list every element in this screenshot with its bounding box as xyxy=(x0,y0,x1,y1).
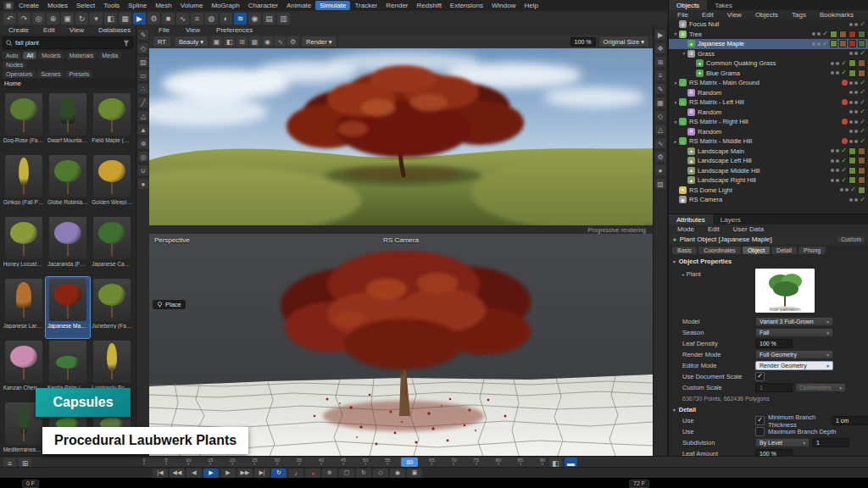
enabled-check-icon[interactable]: ✓ xyxy=(841,158,847,164)
visibility-dot-icon[interactable] xyxy=(849,101,853,104)
am-menu-user-data[interactable]: User Data xyxy=(729,225,768,234)
tab-layers[interactable]: Layers xyxy=(713,214,748,225)
visibility-dot-icon[interactable] xyxy=(849,198,853,202)
record-param-icon[interactable]: ◇ xyxy=(373,469,388,478)
field-custom-scale[interactable]: 1 xyxy=(755,383,793,392)
list-icon[interactable]: ≡ xyxy=(655,70,665,80)
visibility-dot-icon[interactable] xyxy=(831,62,834,65)
menu-render[interactable]: Render xyxy=(381,1,412,10)
attr-tab-object[interactable]: Object xyxy=(743,247,770,254)
object-row-rs-matrix-right-hill[interactable]: ▾∷RS Matrix - Right Hill✓ xyxy=(669,117,868,127)
checkbox[interactable]: ✓ xyxy=(755,416,765,425)
visibility-dot-icon[interactable] xyxy=(817,42,821,46)
field-minimum-branch-thickness[interactable]: 1 cm xyxy=(832,416,868,425)
visibility-dot-icon[interactable] xyxy=(831,159,834,163)
material-tag-chip[interactable] xyxy=(849,59,856,67)
model-mode-icon[interactable]: ◇ xyxy=(138,43,148,53)
hatch-icon[interactable]: ▨ xyxy=(655,179,665,189)
material-tag-chip[interactable] xyxy=(858,69,865,77)
loop-icon[interactable]: ↻ xyxy=(271,469,287,478)
object-row-focus-null[interactable]: ⊘Focus Null✓ xyxy=(669,19,868,30)
visibility-dot-icon[interactable] xyxy=(845,188,849,191)
visibility-dot-icon[interactable] xyxy=(840,188,843,191)
custom-dropdown[interactable]: Custom xyxy=(837,236,865,242)
enabled-check-icon[interactable]: ✓ xyxy=(841,147,847,154)
layout-icon[interactable]: ▥ xyxy=(277,13,290,25)
rt-toggle-button[interactable]: RT xyxy=(153,36,171,47)
zoom-field[interactable]: 100 % xyxy=(570,37,596,47)
menu-volume[interactable]: Volume xyxy=(176,1,208,10)
perspective-viewport[interactable]: Perspective RS Camera Place xyxy=(149,234,653,456)
om-menu-bookmarks[interactable]: Bookmarks xyxy=(815,10,858,19)
live-selection-icon[interactable]: ◎ xyxy=(32,13,45,25)
visibility-dot-icon[interactable] xyxy=(849,110,853,114)
record-icon[interactable]: ● xyxy=(305,469,320,478)
am-menu-edit[interactable]: Edit xyxy=(704,225,724,234)
object-row-random[interactable]: RRandom✓ xyxy=(669,108,868,118)
visibility-dot-icon[interactable] xyxy=(836,149,839,152)
object-row-rs-dome-light[interactable]: ☀RS Dome Light✓ xyxy=(669,186,868,196)
plant-asset-ginkgo-fall-plant-[interactable]: Ginkgo (Fall Plant) xyxy=(2,153,45,214)
select-arrow-icon[interactable]: ▶ xyxy=(655,30,665,40)
om-menu-tags[interactable]: Tags xyxy=(787,10,810,19)
enabled-check-icon[interactable]: ✓ xyxy=(841,177,847,184)
solo-icon[interactable]: ● xyxy=(138,179,148,189)
render-view-icon[interactable]: ▦ xyxy=(119,13,131,25)
dropdown-editor-mode[interactable]: Render Geometry▾ xyxy=(755,361,833,370)
plant-asset-golden-weeping-willow-fall-plant-[interactable]: Golden Weeping Willow (Fall Plant) xyxy=(91,153,134,214)
material-tag-chip[interactable] xyxy=(849,69,856,77)
enabled-check-icon[interactable]: ✓ xyxy=(860,108,865,115)
visibility-dot-icon[interactable] xyxy=(854,101,858,104)
material-tag-chip[interactable] xyxy=(858,157,865,164)
material-tag-chip[interactable] xyxy=(849,157,856,164)
goto-start-icon[interactable]: |◀ xyxy=(153,469,168,478)
tab-models[interactable]: Models xyxy=(38,52,64,59)
aov-dropdown[interactable]: Beauty ▾ xyxy=(174,36,209,47)
tab-nodes[interactable]: Nodes xyxy=(3,61,26,69)
object-row-rs-camera[interactable]: ◉RS Camera✓ xyxy=(669,195,868,205)
menu-character[interactable]: Character xyxy=(244,1,282,10)
polygons-mode-icon[interactable]: △ xyxy=(138,111,148,121)
material-tag-chip[interactable] xyxy=(858,186,865,194)
snap-icon[interactable]: ◎ xyxy=(138,152,148,162)
menu-animate[interactable]: Animate xyxy=(282,1,315,10)
visibility-dot-icon[interactable] xyxy=(854,140,858,143)
object-row-grass[interactable]: ▾⊘Grass✓ xyxy=(669,49,868,59)
plant-asset-dog-rose-fall-plant-[interactable]: Dog-Rose (Fall Plant) xyxy=(2,92,45,152)
render-settings-icon[interactable]: ⚙ xyxy=(147,13,160,25)
expand-icon[interactable]: ▾ xyxy=(681,51,687,56)
plant-asset-japanese-maple-fall-plant-[interactable]: Japanese Maple (Fall Plant) xyxy=(46,277,89,338)
prev-frame-icon[interactable]: ◀ xyxy=(186,469,202,478)
attr-tab-basic[interactable]: Basic xyxy=(672,247,697,254)
timeline-ruler[interactable]: 05101520253035404550556065707580859060 xyxy=(144,458,542,467)
keyframe-selection-icon[interactable]: ▣ xyxy=(407,469,422,478)
search-input[interactable]: fall plant xyxy=(15,39,39,47)
plant-preview-thumbnail[interactable]: Acer palmatum xyxy=(755,269,815,313)
visibility-dot-icon[interactable] xyxy=(836,179,839,182)
autokey-icon[interactable]: ◉ xyxy=(390,469,405,478)
tab-takes[interactable]: Takes xyxy=(707,0,740,10)
place-tool-chip[interactable]: Place xyxy=(153,300,186,309)
object-row-landscape-main[interactable]: ▲Landscape Main✓ xyxy=(669,147,868,157)
material-tag-chip[interactable] xyxy=(830,40,837,47)
tab-materials[interactable]: Materials xyxy=(66,52,97,59)
grid-icon[interactable]: ⊞ xyxy=(236,36,248,47)
menu-redshift[interactable]: Redshift xyxy=(413,1,446,10)
render-mode-dropdown[interactable]: Render ▾ xyxy=(301,36,337,47)
render-view-menu-preferences[interactable]: Preferences xyxy=(212,25,257,35)
fields-icon[interactable]: ◐ xyxy=(220,13,232,25)
menu-tools[interactable]: Tools xyxy=(99,1,124,10)
wave-icon[interactable]: ∿ xyxy=(655,138,665,148)
om-menu-file[interactable]: File xyxy=(673,10,693,19)
enabled-check-icon[interactable]: ✓ xyxy=(860,89,865,96)
tab-media[interactable]: Media xyxy=(98,52,121,59)
visibility-dot-icon[interactable] xyxy=(854,120,858,124)
material-tag-chip[interactable] xyxy=(830,30,837,38)
visibility-dot-icon[interactable] xyxy=(849,140,853,143)
menu-select[interactable]: Select xyxy=(72,1,99,10)
sound-icon[interactable]: ♪ xyxy=(288,469,303,478)
object-row-rs-matrix-left-hill[interactable]: ▾∷RS Matrix - Left Hill✓ xyxy=(669,97,868,108)
visibility-dot-icon[interactable] xyxy=(849,120,853,124)
record-position-icon[interactable]: ⊕ xyxy=(322,469,337,478)
visibility-dot-icon[interactable] xyxy=(831,169,834,172)
